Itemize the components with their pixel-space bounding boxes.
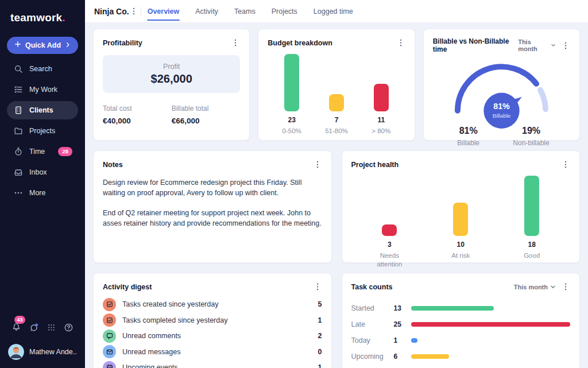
planner-orbit-icon[interactable] (29, 323, 39, 332)
avatar (8, 344, 24, 360)
kebab-menu-icon[interactable] (561, 281, 570, 292)
digest-value: 0 (318, 348, 322, 356)
bar-column: 7 51-80% (316, 54, 357, 135)
kebab-menu-icon[interactable] (231, 37, 240, 48)
gauge-arc-nonbillable (540, 90, 546, 110)
task-counts-card: Task counts This month Started 13 (342, 273, 581, 368)
gauge-center-label: Billable (493, 113, 511, 119)
card-title: Project health (351, 161, 399, 169)
tab-teams[interactable]: Teams (234, 5, 256, 18)
digest-label: Unread messages (122, 348, 180, 356)
task-status-label: Late (351, 320, 394, 328)
metric-label: Billable total (172, 104, 241, 113)
profit-label: Profit (163, 63, 180, 71)
task-count-value: 1 (394, 336, 411, 344)
period-select[interactable]: This month (514, 284, 555, 290)
sidebar-item-my-work[interactable]: My Work (7, 80, 78, 99)
sidebar-item-label: Time (29, 148, 45, 156)
quick-add-button[interactable]: Quick Add (7, 37, 78, 54)
comment-icon (103, 330, 116, 343)
bar-started (411, 306, 494, 311)
sidebar-item-inbox[interactable]: Inbox (7, 163, 78, 181)
kebab-menu-icon[interactable] (396, 37, 405, 48)
stopwatch-icon (14, 147, 23, 156)
sidebar-item-label: My Work (29, 86, 57, 94)
kebab-menu-icon[interactable] (561, 159, 570, 170)
note-paragraph: Design review for Ecommerce redesign pro… (103, 177, 322, 198)
kebab-menu-icon[interactable] (313, 159, 322, 170)
inbox-icon (14, 168, 23, 177)
sidebar: teamwork. Quick Add Search My Work Clien… (0, 0, 85, 368)
tab-logged-time[interactable]: Logged time (313, 5, 354, 18)
task-row-upcoming: Upcoming 6 (351, 348, 571, 365)
time-badge: 28 (58, 147, 72, 156)
main-area: Ninja Co. Overview Activity Teams Projec… (85, 0, 588, 368)
bar-needs-attention (382, 224, 397, 236)
sidebar-item-more[interactable]: More (7, 184, 78, 202)
teamwork-logo[interactable]: teamwork. (0, 0, 85, 24)
topbar: Ninja Co. Overview Activity Teams Projec… (85, 0, 588, 23)
notifications-bell-icon[interactable]: 43 (11, 321, 21, 334)
tab-bar: Overview Activity Teams Projects Logged … (147, 5, 354, 18)
task-row-late: Late 25 (351, 316, 571, 332)
tab-projects[interactable]: Projects (271, 5, 298, 18)
card-title: Profitability (103, 39, 142, 47)
bar-category: > 80% (372, 127, 390, 135)
kebab-menu-icon[interactable] (313, 281, 322, 292)
task-row-today: Today 1 (351, 332, 571, 348)
card-title: Activity digest (103, 283, 152, 291)
task-row-started: Started 13 (351, 300, 571, 316)
envelope-icon (103, 345, 116, 358)
pct-caption: Billable (446, 139, 492, 147)
card-title: Billable vs Non-Billable time (433, 37, 519, 53)
sidebar-item-projects[interactable]: Projects (7, 122, 78, 140)
chevron-right-icon (64, 40, 71, 51)
digest-label: Tasks created since yesterday (122, 300, 218, 308)
project-health-bar-chart: 3 Needs attention 10 At risk 18 Good (351, 176, 571, 269)
tab-overview[interactable]: Overview (147, 5, 180, 18)
kebab-menu-icon[interactable] (561, 40, 570, 51)
sidebar-item-clients[interactable]: Clients (7, 101, 78, 119)
help-icon[interactable] (64, 323, 74, 332)
digest-row-upcoming-events[interactable]: Upcoming events 1 (103, 360, 322, 368)
bar-value: 10 (457, 241, 465, 249)
digest-row-tasks-completed[interactable]: Tasks completed since yesterday 1 (103, 313, 322, 328)
apps-grid-icon[interactable] (47, 323, 56, 332)
logo-dot: . (62, 11, 65, 24)
sidebar-item-search[interactable]: Search (7, 60, 78, 78)
digest-label: Unread comments (122, 332, 181, 340)
task-status-label: Upcoming (351, 352, 394, 361)
bar-category: Good (524, 251, 540, 260)
task-count-value: 25 (394, 320, 411, 328)
quick-add-label: Quick Add (25, 41, 61, 49)
bar-at-risk (453, 203, 468, 236)
billable-pct-label: 81% Billable (446, 126, 492, 147)
digest-row-unread-comments[interactable]: Unread comments 2 (103, 328, 322, 344)
client-kebab-menu[interactable] (129, 6, 138, 17)
ellipsis-icon (14, 188, 23, 197)
task-count-value: 6 (394, 352, 411, 361)
digest-value: 2 (318, 332, 322, 340)
period-select[interactable]: This month (518, 38, 555, 52)
tab-activity[interactable]: Activity (195, 5, 219, 18)
sidebar-nav: Search My Work Clients Projects Time 28 (0, 60, 85, 202)
user-menu[interactable]: Mathew Ande... (8, 344, 77, 360)
sidebar-footer: 43 Mathew Ande... (0, 321, 85, 368)
digest-row-tasks-created[interactable]: Tasks created since yesterday 5 (103, 297, 322, 312)
digest-value: 5 (318, 300, 322, 308)
bar-value: 11 (377, 116, 385, 124)
search-icon (14, 64, 23, 73)
metric-label: Total cost (103, 104, 172, 113)
digest-row-unread-messages[interactable]: Unread messages 0 (103, 344, 322, 360)
metric-value: €40,000 (103, 117, 172, 125)
bar-today (411, 338, 417, 343)
billable-gauge-chart: 81% Billable 81% Billable 19% Non-billab… (433, 53, 570, 140)
pct-value: 19% (508, 126, 554, 136)
sidebar-item-time[interactable]: Time 28 (7, 142, 78, 161)
digest-label: Upcoming events (122, 363, 178, 368)
calendar-icon (103, 361, 116, 368)
period-label: This month (518, 38, 548, 52)
card-title: Budget breakdown (268, 39, 332, 47)
bar-category: At risk (451, 251, 470, 260)
metric-value: €66,000 (172, 117, 241, 125)
